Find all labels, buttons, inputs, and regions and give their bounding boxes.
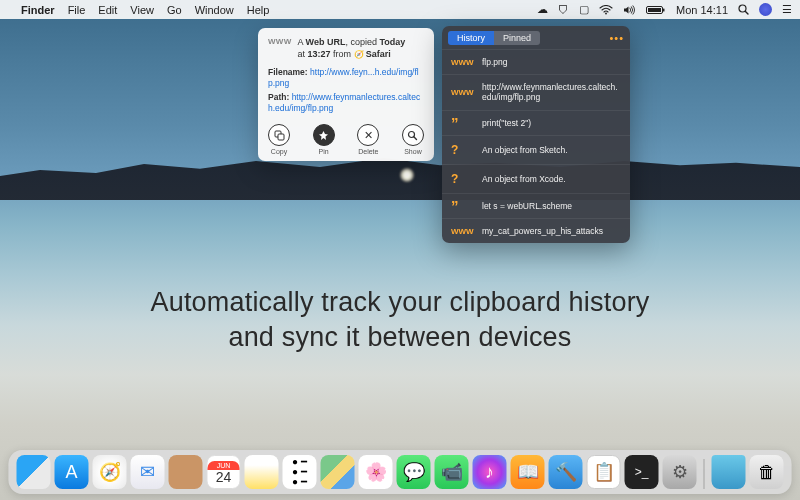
battery-icon[interactable] [646,5,666,15]
copy-button[interactable]: Copy [268,124,290,155]
dock-xcode[interactable]: 🔨 [549,455,583,489]
www-badge: WWW [451,227,475,236]
more-button[interactable]: ••• [609,32,624,44]
www-badge: WWW [451,88,475,97]
dock-appstore[interactable]: A [55,455,89,489]
display-icon[interactable]: ▢ [579,3,589,16]
svg-rect-2 [648,8,661,12]
desktop-sun [400,168,414,182]
dock-mail[interactable]: ✉︎ [131,455,165,489]
dock-trash[interactable]: 🗑 [750,455,784,489]
menubar-clock[interactable]: Mon 14:11 [676,4,728,16]
svg-rect-3 [663,8,665,11]
dock-safari[interactable]: 🧭 [93,455,127,489]
menu-view[interactable]: View [130,4,154,16]
copy-icon [268,124,290,146]
detail-header-text: A Web URL, copied Today at 13:27 from 🧭 … [298,36,406,61]
unknown-icon: ? [451,172,475,186]
dock-downloads[interactable] [712,455,746,489]
history-item[interactable]: WWW flp.png [442,49,630,74]
wifi-icon[interactable] [599,5,613,15]
detail-path-row: Path: http://www.feynmanlectures.caltech… [268,92,424,114]
menu-go[interactable]: Go [167,4,182,16]
history-tabs: History Pinned ••• [442,26,630,49]
notification-center-icon[interactable]: ☰ [782,3,792,16]
menubar-left: Finder File Edit View Go Window Help [8,4,269,16]
path-label: Path: [268,92,289,102]
svg-line-5 [745,11,748,14]
menu-edit[interactable]: Edit [98,4,117,16]
tab-history[interactable]: History [448,31,494,45]
dock-contacts[interactable] [169,455,203,489]
menubar: Finder File Edit View Go Window Help ☁︎ … [0,0,800,19]
shield-icon[interactable]: ⛉ [558,4,569,16]
siri-icon[interactable] [759,3,772,16]
history-item[interactable]: WWW http://www.feynmanlectures.caltech.e… [442,74,630,109]
safari-icon: 🧭 [354,50,366,59]
quote-icon: ” [451,118,475,127]
history-item[interactable]: ? An object from Sketch. [442,135,630,164]
detail-header: WWW A Web URL, copied Today at 13:27 fro… [268,36,424,61]
dock-separator [704,459,705,489]
dock-ibooks[interactable]: 📖 [511,455,545,489]
show-button[interactable]: Show [402,124,424,155]
dock-notes[interactable] [245,455,279,489]
show-icon [402,124,424,146]
dock-reminders[interactable]: ● ━● ━● ━ [283,455,317,489]
dock-photos[interactable]: 🌸 [359,455,393,489]
delete-icon: ✕ [357,124,379,146]
clipboard-history-panel: History Pinned ••• WWW flp.png WWW http:… [442,26,630,243]
history-item[interactable]: ? An object from Xcode. [442,164,630,193]
history-item[interactable]: ” print("test 2") [442,110,630,135]
dock-maps[interactable] [321,455,355,489]
quote-icon: ” [451,201,475,210]
clipboard-detail-card: WWW A Web URL, copied Today at 13:27 fro… [258,28,434,161]
menu-help[interactable]: Help [247,4,270,16]
svg-rect-7 [278,134,284,140]
filename-label: Filename: [268,67,308,77]
unknown-icon: ? [451,143,475,157]
volume-icon[interactable] [623,5,636,15]
dock-itunes[interactable]: ♪ [473,455,507,489]
menu-window[interactable]: Window [195,4,234,16]
dock-terminal[interactable]: >_ [625,455,659,489]
delete-button[interactable]: ✕ Delete [357,124,379,155]
cloud-icon[interactable]: ☁︎ [537,3,548,16]
dock-system-preferences[interactable]: ⚙︎ [663,455,697,489]
dock-finder[interactable] [17,455,51,489]
detail-type-badge: WWW [268,37,292,61]
history-item[interactable]: ” let s = webURL.scheme [442,193,630,218]
detail-actions: Copy Pin ✕ Delete Show [268,122,424,155]
dock-facetime[interactable]: 📹 [435,455,469,489]
path-value: http://www.feynmanlectures.caltech.edu/i… [268,92,420,113]
marketing-tagline: Automatically track your clipboard histo… [0,285,800,355]
svg-point-0 [605,12,607,14]
menubar-right: ☁︎ ⛉ ▢ Mon 14:11 ☰ [537,3,792,16]
dock: A 🧭 ✉︎ JUN 24 ● ━● ━● ━ 🌸 💬 📹 ♪ 📖 🔨 📋 >_… [9,450,792,494]
dock-messages[interactable]: 💬 [397,455,431,489]
detail-filename-row: Filename: http://www.feyn...h.edu/img/fl… [268,67,424,89]
dock-calendar[interactable]: JUN 24 [207,455,241,489]
pin-button[interactable]: Pin [313,124,335,155]
menu-file[interactable]: File [68,4,86,16]
spotlight-icon[interactable] [738,4,749,15]
pin-icon [313,124,335,146]
tab-pinned[interactable]: Pinned [494,31,540,45]
history-item[interactable]: WWW my_cat_powers_up_his_attacks [442,218,630,243]
dock-pastebot[interactable]: 📋 [587,455,621,489]
svg-line-9 [414,136,417,139]
menubar-app-name[interactable]: Finder [21,4,55,16]
www-badge: WWW [451,58,475,67]
